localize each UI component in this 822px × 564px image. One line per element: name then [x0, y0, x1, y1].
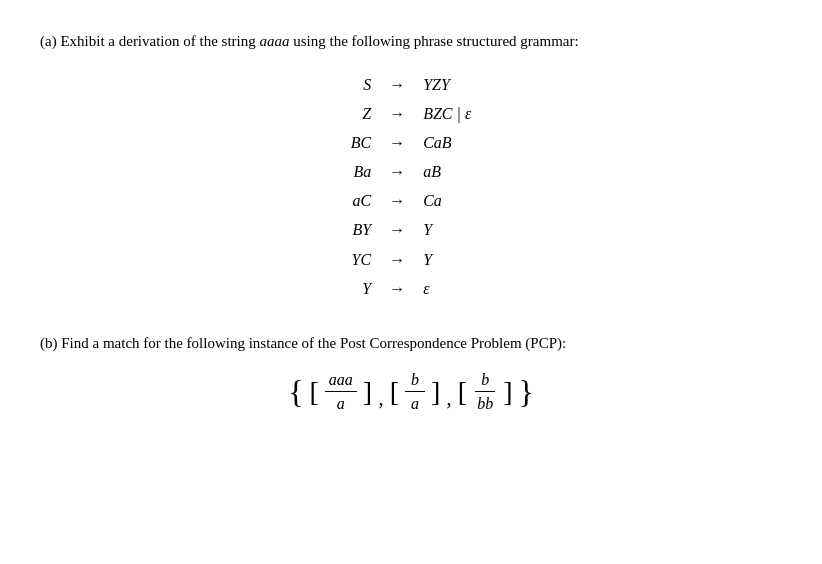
part-b: (b) Find a match for the following insta…: [40, 332, 782, 413]
rule6-arrow: →: [379, 216, 415, 243]
grammar-rule-8: Y → ε: [351, 275, 472, 302]
pcp-pair-1: [ aaa a ]: [310, 371, 373, 413]
grammar-table: S → YZY Z → BZC | ε BC → CaB Ba → aB aC: [351, 69, 472, 305]
rule6-rhs: Y: [415, 216, 471, 243]
part-a: (a) Exhibit a derivation of the string a…: [40, 30, 782, 304]
pair3-close-bracket: ]: [503, 378, 512, 406]
rule2-rhs: BZC | ε: [415, 100, 471, 127]
pair2-bottom: a: [405, 393, 425, 413]
pair1-bottom: a: [333, 393, 349, 413]
rule7-lhs: YC: [351, 246, 379, 273]
rule6-lhs: BY: [351, 216, 379, 243]
part-a-string: aaaa: [260, 33, 290, 49]
part-a-label: (a) Exhibit a derivation of the string a…: [40, 30, 782, 53]
grammar-rule-1: S → YZY: [351, 71, 472, 98]
pair2-open-bracket: [: [390, 378, 399, 406]
rule1-rhs: YZY: [415, 71, 471, 98]
rule3-lhs: BC: [351, 129, 379, 156]
grammar-rule-3: BC → CaB: [351, 129, 472, 156]
pair2-content: b a: [405, 371, 425, 413]
rule2-arrow: →: [379, 100, 415, 127]
rule8-arrow: →: [379, 275, 415, 302]
rule8-rhs: ε: [415, 275, 471, 302]
rule4-lhs: Ba: [351, 158, 379, 185]
pair1-open-bracket: [: [310, 378, 319, 406]
rule5-rhs: Ca: [415, 187, 471, 214]
grammar-rule-4: Ba → aB: [351, 158, 472, 185]
part-a-suffix: using the following phrase structured gr…: [293, 33, 578, 49]
rule1-lhs: S: [351, 71, 379, 98]
pcp-pair-2: [ b a ]: [390, 371, 441, 413]
pair1-close-bracket: ]: [363, 378, 372, 406]
close-brace: }: [518, 376, 533, 408]
comma-1: ,: [378, 385, 384, 413]
part-a-prefix: (a) Exhibit a derivation of the string: [40, 33, 256, 49]
rule4-rhs: aB: [415, 158, 471, 185]
rule1-arrow: →: [379, 71, 415, 98]
pair2-top: b: [405, 371, 425, 392]
open-brace: {: [288, 376, 303, 408]
rule8-lhs: Y: [351, 275, 379, 302]
rule2-lhs: Z: [351, 100, 379, 127]
pair2-close-bracket: ]: [431, 378, 440, 406]
rule7-rhs: Y: [415, 246, 471, 273]
grammar-rule-2: Z → BZC | ε: [351, 100, 472, 127]
grammar-rule-7: YC → Y: [351, 246, 472, 273]
pair3-bottom: bb: [473, 393, 497, 413]
part-b-label: (b) Find a match for the following insta…: [40, 332, 782, 355]
rule5-lhs: aC: [351, 187, 379, 214]
pair3-content: b bb: [473, 371, 497, 413]
comma-2: ,: [446, 385, 452, 413]
pair3-open-bracket: [: [458, 378, 467, 406]
pcp-set: { [ aaa a ] , [ b a ] , [ b bb ]: [40, 371, 782, 413]
pcp-pair-3: [ b bb ]: [458, 371, 513, 413]
rule5-arrow: →: [379, 187, 415, 214]
rule7-arrow: →: [379, 246, 415, 273]
rule3-rhs: CaB: [415, 129, 471, 156]
pair1-top: aaa: [325, 371, 357, 392]
grammar-rule-6: BY → Y: [351, 216, 472, 243]
rule3-arrow: →: [379, 129, 415, 156]
pair1-content: aaa a: [325, 371, 357, 413]
pair3-top: b: [475, 371, 495, 392]
grammar-rules: S → YZY Z → BZC | ε BC → CaB Ba → aB aC: [40, 69, 782, 305]
rule4-arrow: →: [379, 158, 415, 185]
grammar-rule-5: aC → Ca: [351, 187, 472, 214]
